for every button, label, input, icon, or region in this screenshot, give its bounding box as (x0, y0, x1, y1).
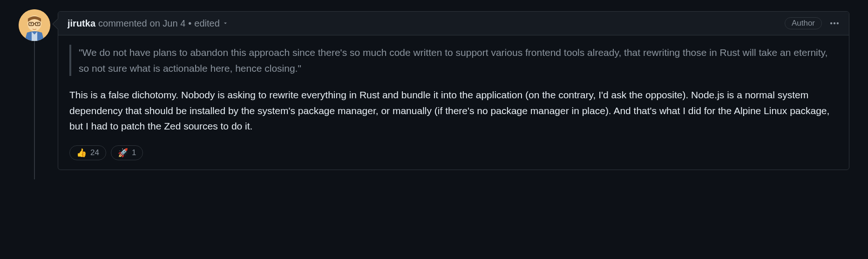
edited-label: edited (194, 18, 220, 29)
svg-point-6 (37, 23, 39, 25)
reactions-bar: 👍 24 🚀 1 (69, 145, 838, 160)
thumbsup-icon: 👍 (76, 148, 87, 158)
rocket-icon: 🚀 (118, 148, 128, 158)
author-badge: Author (785, 17, 822, 29)
author-avatar[interactable] (19, 9, 50, 41)
reaction-thumbsup[interactable]: 👍 24 (69, 145, 106, 160)
reaction-rocket[interactable]: 🚀 1 (111, 145, 143, 160)
svg-point-9 (837, 22, 839, 24)
comment-header: jirutka commented on Jun 4 • edited Auth… (58, 12, 849, 35)
kebab-icon (829, 18, 840, 28)
author-link[interactable]: jirutka (68, 18, 95, 29)
comment-quote: "We do not have plans to abandon this ap… (69, 45, 838, 76)
quote-text: "We do not have plans to abandon this ap… (79, 45, 830, 76)
comment-text: This is a false dichotomy. Nobody is ask… (69, 87, 838, 134)
svg-point-8 (834, 22, 835, 24)
comment-box: jirutka commented on Jun 4 • edited Auth… (58, 11, 849, 170)
kebab-menu-button[interactable] (829, 18, 840, 28)
reaction-count: 1 (132, 148, 136, 157)
timeline-line-bottom (34, 42, 35, 179)
caret-down-icon (223, 20, 228, 26)
timestamp-link[interactable]: on Jun 4 (150, 18, 186, 29)
comment-header-right: Author (785, 17, 840, 29)
separator: • (188, 18, 191, 29)
action-text: commented (98, 18, 147, 29)
svg-point-5 (31, 23, 32, 25)
reaction-count: 24 (90, 148, 99, 157)
comment-container: jirutka commented on Jun 4 • edited Auth… (19, 9, 849, 170)
svg-point-7 (830, 22, 832, 24)
edited-dropdown[interactable]: edited (194, 18, 228, 29)
comment-body: "We do not have plans to abandon this ap… (58, 35, 849, 170)
comment-header-left: jirutka commented on Jun 4 • edited (68, 18, 228, 29)
